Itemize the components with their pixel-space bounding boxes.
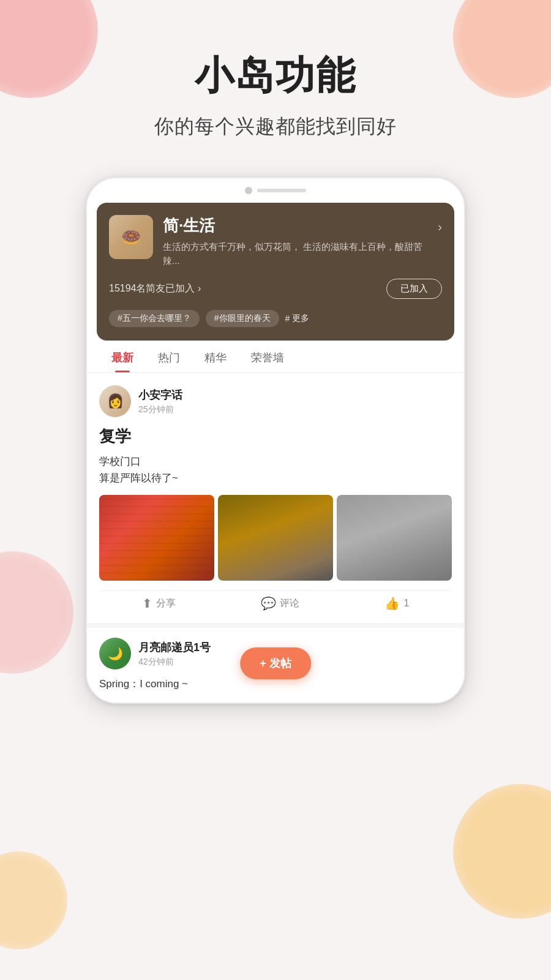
page-subtitle: 你的每个兴趣都能找到同好	[37, 113, 514, 140]
phone-frame: 🍩 简·生活 生活的方式有千万种，似万花筒， 生活的滋味有上百种，酸甜苦辣...…	[86, 177, 465, 704]
share-label: 分享	[156, 597, 176, 610]
post-1-image-1[interactable]	[99, 495, 214, 581]
island-join-button[interactable]: 已加入	[386, 279, 442, 299]
post-1-meta: 小安字话 25分钟前	[138, 388, 452, 415]
post-2-avatar-image: 🌙	[99, 638, 131, 669]
island-tag-more[interactable]: # 更多	[285, 313, 310, 324]
tab-honor[interactable]: 荣誉墙	[239, 341, 296, 372]
like-button[interactable]: 👍 1	[384, 596, 409, 611]
island-avatar-image: 🍩	[109, 215, 153, 259]
page-title: 小岛功能	[37, 49, 514, 102]
bg-decoration-bottom-left	[0, 851, 67, 949]
island-tags: #五一你会去哪里？ #你眼里的春天 # 更多	[109, 310, 442, 327]
post-1-image-2[interactable]	[218, 495, 333, 581]
island-member-count[interactable]: 15194名简友已加入 ›	[109, 282, 201, 295]
island-info: 简·生活 生活的方式有千万种，似万花筒， 生活的滋味有上百种，酸甜苦辣...	[163, 215, 428, 268]
post-1-content-line2: 算是严阵以待了~	[99, 472, 178, 484]
island-avatar: 🍩	[109, 215, 153, 259]
island-chevron-icon[interactable]: ›	[438, 220, 442, 234]
post-1-actions: ⬆ 分享 💬 评论 👍 1	[99, 590, 452, 613]
share-icon: ⬆	[142, 596, 152, 611]
tab-hot[interactable]: 热门	[146, 341, 192, 372]
post-1-time: 25分钟前	[138, 404, 452, 415]
post-fab-button[interactable]: + 发帖	[240, 647, 311, 679]
more-label: 更多	[292, 313, 309, 324]
post-1-title: 复学	[99, 426, 452, 447]
island-header: 🍩 简·生活 生活的方式有千万种，似万花筒， 生活的滋味有上百种，酸甜苦辣...…	[109, 215, 442, 268]
island-name: 简·生活	[163, 215, 428, 236]
header-section: 小岛功能 你的每个兴趣都能找到同好	[0, 0, 551, 165]
post-card-1: 👩 小安字话 25分钟前 复学 学校门口 算是严阵以待了~ ⬆	[87, 375, 464, 628]
island-tag-1[interactable]: #五一你会去哪里？	[109, 310, 200, 327]
island-description: 生活的方式有千万种，似万花筒， 生活的滋味有上百种，酸甜苦辣...	[163, 240, 428, 268]
post-1-avatar: 👩	[99, 385, 131, 417]
post-1-avatar-image: 👩	[99, 385, 131, 417]
post-1-images	[99, 495, 452, 581]
tabs-row: 最新 热门 精华 荣誉墙	[87, 341, 464, 373]
share-button[interactable]: ⬆ 分享	[142, 596, 176, 611]
phone-top-bar	[87, 178, 464, 203]
post-1-content: 学校门口 算是严阵以待了~	[99, 453, 452, 486]
comment-icon: 💬	[261, 596, 276, 611]
post-1-content-line1: 学校门口	[99, 456, 141, 467]
phone-camera	[245, 187, 252, 194]
phone-wrapper: 🍩 简·生活 生活的方式有千万种，似万花筒， 生活的滋味有上百种，酸甜苦辣...…	[0, 165, 551, 728]
island-card: 🍩 简·生活 生活的方式有千万种，似万花筒， 生活的滋味有上百种，酸甜苦辣...…	[97, 203, 454, 341]
post-1-username: 小安字话	[138, 388, 452, 402]
fab-container: + 发帖	[240, 647, 311, 679]
post-1-image-3[interactable]	[337, 495, 452, 581]
post-1-header: 👩 小安字话 25分钟前	[99, 385, 452, 417]
post-2-avatar: 🌙	[99, 638, 131, 669]
phone-speaker	[257, 189, 306, 192]
hash-icon: #	[285, 314, 290, 323]
bg-decoration-bottom-right	[453, 784, 551, 919]
like-count: 1	[403, 598, 409, 609]
like-icon: 👍	[384, 596, 400, 611]
tab-featured[interactable]: 精华	[192, 341, 239, 372]
tab-latest[interactable]: 最新	[99, 341, 146, 372]
island-tag-2[interactable]: #你眼里的春天	[206, 310, 279, 327]
comment-button[interactable]: 💬 评论	[261, 596, 299, 611]
comment-label: 评论	[280, 597, 299, 610]
island-members-row: 15194名简友已加入 › 已加入	[109, 279, 442, 299]
